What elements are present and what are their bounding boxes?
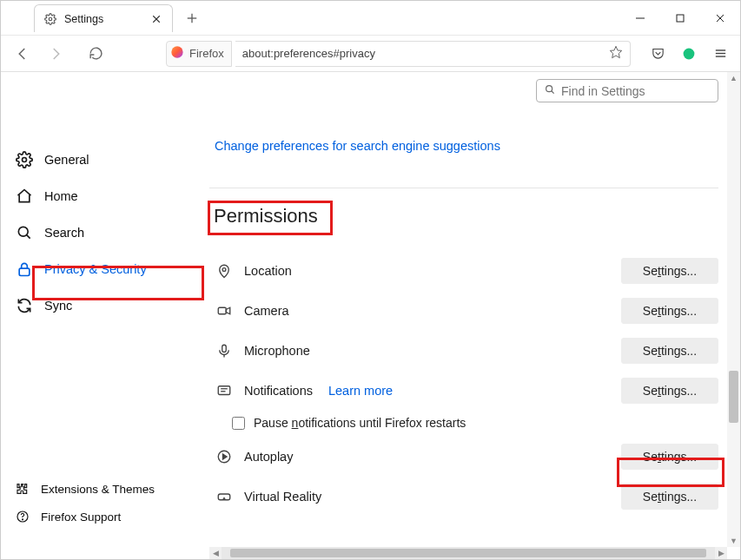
sidebar-item-extensions[interactable]: Extensions & Themes [6,475,195,503]
settings-button-microphone[interactable]: Settings... [621,338,718,364]
app-menu-button[interactable] [707,41,733,67]
scroll-up-arrow[interactable]: ▲ [727,72,740,84]
svg-line-22 [552,91,554,94]
pause-notifications-row: Pause notifications until Firefox restar… [232,411,718,437]
tab-strip: Settings [1,1,620,32]
sidebar-item-search[interactable]: Search [6,214,195,251]
pocket-icon[interactable] [645,41,671,67]
permission-label: Notifications [244,384,313,398]
scroll-right-arrow[interactable]: ▶ [715,547,727,559]
svg-line-17 [27,235,30,239]
url-identity[interactable]: Firefox [166,41,232,67]
learn-more-link[interactable]: Learn more [328,384,393,398]
new-tab-button[interactable] [180,6,204,30]
scroll-htrack[interactable] [222,547,715,559]
vr-icon [215,487,234,506]
search-icon [15,223,34,242]
permission-label: Autoplay [244,450,293,464]
svg-marker-10 [610,46,621,57]
permission-row-vr: Virtual Reality Settings... [209,477,718,517]
svg-marker-32 [223,454,228,459]
scroll-track[interactable] [727,84,740,535]
sidebar-item-label: Privacy & Security [44,262,147,276]
svg-point-23 [222,268,226,272]
permission-label: Location [244,264,292,278]
svg-rect-26 [222,345,227,352]
svg-point-11 [684,48,695,59]
sidebar-item-label: Firefox Support [41,511,121,524]
permission-label: Microphone [244,344,310,358]
back-button[interactable] [8,39,37,69]
window: Settings [0,0,741,560]
settings-button-camera[interactable]: Settings... [621,298,718,324]
url-text: about:preferences#privacy [242,47,609,60]
settings-button-notifications[interactable]: Settings... [621,378,718,404]
find-input[interactable] [561,84,713,98]
close-window-button[interactable] [700,1,740,36]
maximize-button[interactable] [660,1,700,36]
forward-button[interactable] [41,39,70,69]
settings-sidebar: General Home Search [1,72,201,547]
home-icon [15,187,34,206]
svg-point-16 [18,227,28,236]
bookmark-star-icon[interactable] [609,45,623,62]
vertical-scrollbar[interactable]: ▲ ▼ [727,72,740,547]
minimize-button[interactable] [620,1,660,36]
puzzle-icon [15,481,30,497]
scroll-down-arrow[interactable]: ▼ [727,535,740,547]
search-icon [544,83,556,98]
url-bar[interactable]: about:preferences#privacy [235,41,631,67]
svg-marker-25 [226,307,230,314]
window-controls [620,1,740,36]
pause-notifications-label: Pause notifications until Firefox restar… [254,416,466,430]
tab-title: Settings [64,13,142,25]
scroll-left-arrow[interactable]: ◀ [209,547,222,559]
settings-button-vr[interactable]: Settings... [621,484,718,510]
scroll-thumb[interactable] [729,371,738,423]
lock-icon [15,260,34,279]
autoplay-icon [215,447,234,466]
horizontal-scrollbar[interactable]: ◀ ▶ [209,547,727,559]
section-header-wrap: Permissions [209,201,718,235]
svg-point-15 [23,158,27,162]
sync-icon [15,296,34,315]
sidebar-item-support[interactable]: Firefox Support [6,503,195,530]
settings-button-autoplay[interactable]: Settings... [621,444,718,470]
notification-icon [215,381,234,400]
url-identity-label: Firefox [189,47,224,60]
find-in-settings[interactable] [536,79,718,102]
settings-search-row [209,77,718,120]
divider [209,188,718,188]
sidebar-item-label: Extensions & Themes [41,483,155,496]
permission-row-autoplay: Autoplay Settings... [209,437,718,477]
svg-rect-18 [19,268,30,275]
microphone-icon [215,341,234,360]
sidebar-item-privacy[interactable]: Privacy & Security [6,251,195,287]
sidebar-bottom: Extensions & Themes Firefox Support [6,475,195,534]
content: General Home Search [1,72,740,559]
tab-settings[interactable]: Settings [34,4,173,32]
sidebar-item-sync[interactable]: Sync [6,287,195,324]
permissions-list: Location Settings... Camera Settings... [209,251,718,517]
settings-button-location[interactable]: Settings... [621,258,718,284]
scroll-hthumb[interactable] [230,549,706,557]
svg-rect-28 [218,386,230,395]
pause-notifications-checkbox[interactable] [232,417,245,430]
extension-badge-icon[interactable] [676,41,702,67]
gear-icon [43,12,57,26]
svg-point-20 [22,519,23,520]
tab-close-button[interactable] [149,12,163,26]
toolbar: Firefox about:preferences#privacy [1,36,740,72]
svg-rect-24 [218,307,226,314]
main-settings-panel: Change preferences for search engine sug… [201,72,727,547]
sidebar-item-label: Sync [44,299,72,313]
content-area: General Home Search [1,72,740,559]
permission-label: Virtual Reality [244,490,321,504]
permission-row-camera: Camera Settings... [209,291,718,331]
toolbar-right-icons [645,41,733,67]
reload-button[interactable] [81,39,110,69]
sidebar-item-home[interactable]: Home [6,178,195,214]
search-suggestions-link[interactable]: Change preferences for search engine sug… [215,139,718,153]
sidebar-item-label: General [44,153,89,167]
sidebar-item-general[interactable]: General [6,142,195,178]
